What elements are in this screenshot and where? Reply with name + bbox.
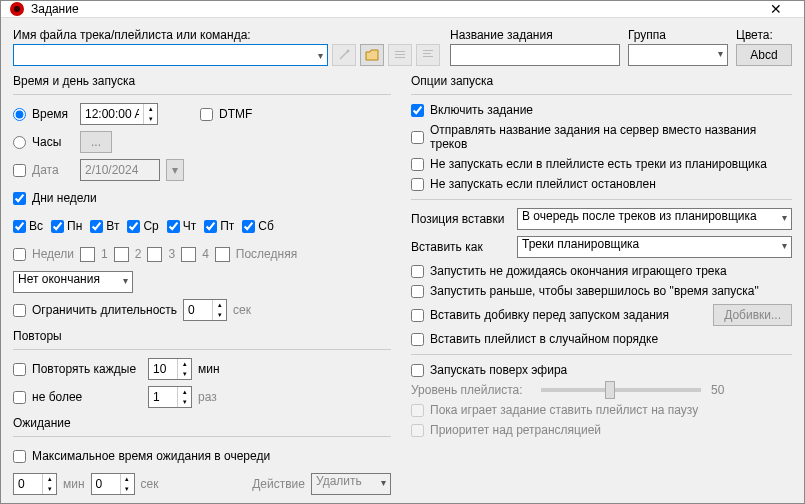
as-label: Вставить как: [411, 240, 511, 254]
limit-label: Ограничить длительность: [32, 303, 177, 317]
svg-rect-3: [395, 51, 405, 52]
hours-button[interactable]: ...: [80, 131, 112, 153]
ending-select[interactable]: Нет окончания: [13, 271, 133, 293]
date-checkbox[interactable]: [13, 164, 26, 177]
svg-rect-5: [395, 57, 405, 58]
dow-label: Дни недели: [32, 191, 97, 205]
folder-button[interactable]: [360, 44, 384, 66]
nomore-spinner[interactable]: ▴▾: [148, 386, 192, 408]
chevron-down-icon: ▾: [318, 50, 323, 61]
app-icon: [9, 1, 25, 17]
week-1: [80, 247, 95, 262]
date-label: Дата: [32, 163, 74, 177]
day-cht[interactable]: [167, 220, 180, 233]
norun-tracks-checkbox[interactable]: [411, 158, 424, 171]
svg-rect-6: [423, 50, 433, 51]
filename-label: Имя файла трека/плейлиста или команда:: [13, 28, 440, 42]
maxwait-checkbox[interactable]: [13, 450, 26, 463]
wand-button[interactable]: [332, 44, 356, 66]
day-pt[interactable]: [204, 220, 217, 233]
norun-stopped-checkbox[interactable]: [411, 178, 424, 191]
times-label: раз: [198, 390, 217, 404]
week-last: [215, 247, 230, 262]
min-label: мин: [198, 362, 220, 376]
window-title: Задание: [31, 2, 756, 16]
filename-combo[interactable]: ▾: [13, 44, 328, 66]
level-label: Уровень плейлиста:: [411, 383, 531, 397]
jingle-checkbox[interactable]: [411, 309, 424, 322]
time-label: Время: [32, 107, 74, 121]
jingles-button[interactable]: Добивки...: [713, 304, 792, 326]
week-3: [147, 247, 162, 262]
close-button[interactable]: ✕: [756, 1, 796, 17]
colors-label: Цвета:: [736, 28, 792, 42]
titlebar: Задание ✕: [1, 1, 804, 18]
day-vs[interactable]: [13, 220, 26, 233]
hours-label: Часы: [32, 135, 74, 149]
limit-spinner[interactable]: ▴▾: [183, 299, 227, 321]
repeat-every-checkbox[interactable]: [13, 363, 26, 376]
over-checkbox[interactable]: [411, 364, 424, 377]
nomore-label: не более: [32, 390, 142, 404]
repeat-group-title: Повторы: [13, 329, 391, 343]
dow-checkbox[interactable]: [13, 192, 26, 205]
time-spinner[interactable]: ▴▾: [80, 103, 158, 125]
svg-rect-8: [423, 56, 433, 57]
action-select: Удалить: [311, 473, 391, 495]
colors-button[interactable]: Abcd: [736, 44, 792, 66]
sec-label: сек: [233, 303, 251, 317]
pause-checkbox: [411, 404, 424, 417]
task-name-input[interactable]: [450, 44, 620, 66]
edit-button[interactable]: [416, 44, 440, 66]
day-sb[interactable]: [242, 220, 255, 233]
launch-group-title: Опции запуска: [411, 74, 792, 88]
dtmf-label: DTMF: [219, 107, 252, 121]
wait-group-title: Ожидание: [13, 416, 391, 430]
group-label: Группа: [628, 28, 728, 42]
week-2: [114, 247, 129, 262]
svg-point-1: [14, 6, 20, 12]
nowait-checkbox[interactable]: [411, 265, 424, 278]
repeat-every-label: Повторять каждые: [32, 362, 142, 376]
date-dropdown: ▾: [166, 159, 184, 181]
hours-radio[interactable]: [13, 136, 26, 149]
svg-rect-7: [423, 53, 431, 54]
week-4: [181, 247, 196, 262]
date-input: [80, 159, 160, 181]
weeks-checkbox[interactable]: [13, 248, 26, 261]
level-slider: [541, 388, 701, 392]
pos-select[interactable]: В очередь после треков из планировщика: [517, 208, 792, 230]
maxwait-label: Максимальное время ожидания в очереди: [32, 449, 270, 463]
enable-checkbox[interactable]: [411, 104, 424, 117]
day-pn[interactable]: [51, 220, 64, 233]
list-button[interactable]: [388, 44, 412, 66]
action-label: Действие: [252, 477, 305, 491]
svg-point-2: [347, 50, 350, 53]
repeat-every-spinner[interactable]: ▴▾: [148, 358, 192, 380]
early-checkbox[interactable]: [411, 285, 424, 298]
dtmf-checkbox[interactable]: [200, 108, 213, 121]
svg-rect-4: [395, 54, 405, 55]
wait-min-spinner[interactable]: ▴▾: [13, 473, 57, 495]
pos-label: Позиция вставки: [411, 212, 511, 226]
limit-checkbox[interactable]: [13, 304, 26, 317]
nomore-checkbox[interactable]: [13, 391, 26, 404]
day-vt[interactable]: [90, 220, 103, 233]
day-sr[interactable]: [127, 220, 140, 233]
wait-sec-spinner[interactable]: ▴▾: [91, 473, 135, 495]
level-value: 50: [711, 383, 724, 397]
as-select[interactable]: Треки планировщика: [517, 236, 792, 258]
shuffle-checkbox[interactable]: [411, 333, 424, 346]
weeks-label: Недели: [32, 247, 74, 261]
time-radio[interactable]: [13, 108, 26, 121]
priority-checkbox: [411, 424, 424, 437]
send-name-checkbox[interactable]: [411, 131, 424, 144]
task-name-label: Название задания: [450, 28, 620, 42]
time-group-title: Время и день запуска: [13, 74, 391, 88]
group-select[interactable]: [628, 44, 728, 66]
